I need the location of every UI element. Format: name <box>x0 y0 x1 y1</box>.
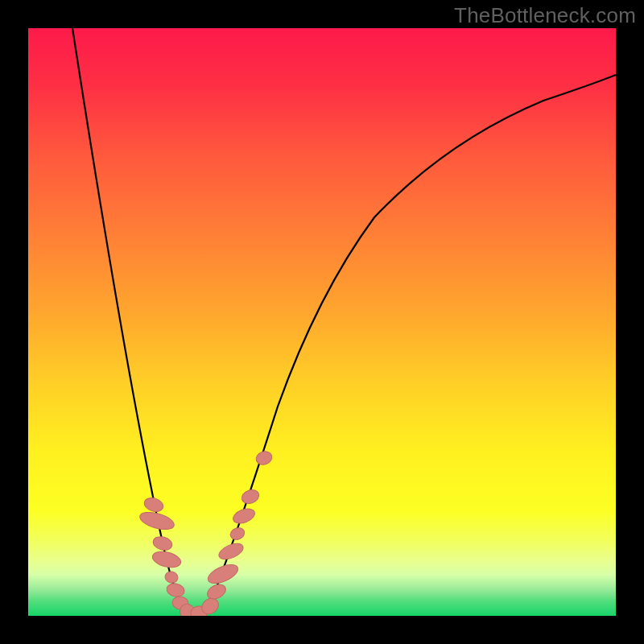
bead <box>142 496 165 514</box>
bead <box>254 449 274 467</box>
bead <box>217 540 246 562</box>
bead <box>240 488 261 506</box>
curve-layer <box>28 28 616 616</box>
bead <box>229 526 246 542</box>
chart-frame: TheBottleneck.com <box>0 0 644 644</box>
watermark-text: TheBottleneck.com <box>454 3 636 28</box>
bead <box>164 570 180 584</box>
bead <box>205 561 241 588</box>
bead <box>231 506 257 526</box>
beads-group <box>138 449 274 616</box>
plot-area <box>28 28 616 616</box>
bead <box>151 535 173 552</box>
bead <box>166 582 186 598</box>
bead <box>151 549 182 570</box>
